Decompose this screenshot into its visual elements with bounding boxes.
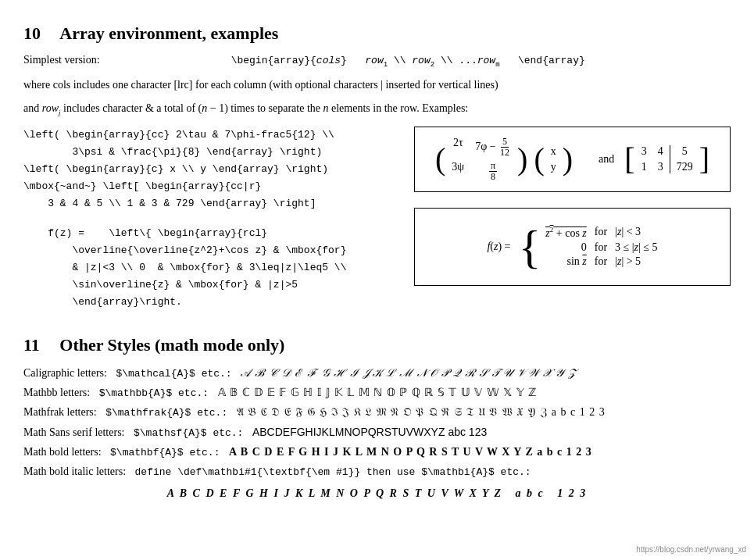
- case-cond-2: 3 ≤ |z| ≤ 5: [615, 241, 657, 254]
- style-lines-container: Caligraphic letters: $\mathcal{A}$ etc.:…: [23, 363, 731, 504]
- vertical-line: [670, 145, 670, 173]
- left-paren-close: ): [517, 144, 527, 175]
- mathsf-example: ABCDEFGHIJKLMNOPQRSTUVWXYZ abc 123: [252, 423, 487, 442]
- xy-paren-open: (: [534, 144, 544, 175]
- intro-line-3: and rowj includes character & a total of…: [23, 100, 731, 118]
- case-for-1: for: [595, 226, 607, 240]
- case-val-1: z2 + cos z: [545, 226, 586, 240]
- left-code-column: \left( \begin{array}{cc} 2\tau & 7\phi-f…: [23, 127, 398, 312]
- code-example-2: f(z) = \left\{ \begin{array}{rcl} \overl…: [23, 225, 398, 311]
- section-10-number: 10: [23, 23, 41, 43]
- caligraphic-label: Caligraphic letters:: [23, 363, 107, 383]
- mathfrak-example: 𝔄 𝔅 ℭ 𝔇 𝔈 𝔉 𝔊 ℌ ℑ 𝔍 𝔎 𝔏 𝔐 𝔑 𝔒 𝔓 𝔔 ℜ 𝔖 𝔗 …: [237, 402, 606, 422]
- caligraphic-example: 𝒜 ℬ 𝒞 𝒟 ℰ ℱ 𝒢 ℋ ℐ 𝒥 𝒦 ℒ ℳ 𝒩 𝒪 𝒫 𝒬 ℛ 𝒮 𝒯 …: [241, 363, 576, 383]
- section-10-content: \left( \begin{array}{cc} 2\tau & 7\phi-f…: [23, 127, 731, 312]
- matrix-display: ( 2τ 7φ − 512 3ψ π8 ) ( x y ): [435, 137, 709, 183]
- mathbi-label: Math bold italic letters:: [23, 462, 126, 481]
- cell-729: 729: [677, 161, 693, 173]
- caligraphic-code: $\mathcal{A}$ etc.:: [116, 365, 231, 383]
- bracket-matrix-container: 3 4 1 3 5 729: [641, 145, 693, 173]
- matrix-bracket-right: 5 729: [677, 145, 693, 173]
- cell-2tau: 2τ: [452, 137, 464, 158]
- section-10: 10 Array environment, examples Simplest …: [23, 23, 731, 312]
- style-line-mathsf: Math Sans serif letters: $\mathsf{A}$ et…: [23, 423, 731, 442]
- matrix-left: 2τ 7φ − 512 3ψ π8: [452, 137, 511, 183]
- mathbi-example: A B C D E F G H I J K L M N O P Q R S T …: [167, 483, 588, 503]
- xy-paren-close: ): [563, 144, 573, 175]
- fz-label: f(z) =: [487, 241, 510, 253]
- mathbb-label: Mathbb letters:: [23, 383, 90, 402]
- mathsf-label: Math Sans serif letters:: [23, 423, 124, 442]
- mathbb-code: $\mathbb{A}$ etc.:: [99, 384, 209, 402]
- cell-7phi: 7φ − 512: [475, 137, 511, 158]
- style-line-mathbb: Mathbb letters: $\mathbb{A}$ etc.: 𝔸 𝔹 ℂ…: [23, 383, 731, 402]
- mathfrak-code: $\mathfrak{A}$ etc.:: [105, 404, 227, 422]
- big-brace: {: [519, 226, 541, 268]
- cell-y: y: [551, 161, 556, 173]
- mathsf-code: $\mathsf{A}$ etc.:: [134, 424, 243, 442]
- simplest-label: Simplest version:: [23, 54, 100, 66]
- bracket-open: [: [624, 144, 634, 175]
- case-for-3: for: [595, 255, 607, 268]
- section-11-title: 11 Other Styles (math mode only): [23, 335, 731, 355]
- section-11-number: 11: [23, 335, 40, 355]
- style-line-caligraphic: Caligraphic letters: $\mathcal{A}$ etc.:…: [23, 363, 731, 383]
- case-for-2: for: [595, 241, 607, 254]
- section-11: 11 Other Styles (math mode only) Caligra…: [23, 335, 731, 504]
- mathbi-code: define \def\mathbi#1{\textbf{\em #1}} th…: [135, 463, 531, 481]
- section-10-title: 10 Array environment, examples: [23, 23, 731, 44]
- cell-pi8: π8: [475, 161, 511, 182]
- style-line-mathfrak: Mathfrak letters: $\mathfrak{A}$ etc.: 𝔄…: [23, 402, 731, 422]
- piecewise-display: f(z) = { z2 + cos z for |z| < 3 0 for 3 …: [487, 226, 657, 268]
- mathfrak-label: Mathfrak letters:: [23, 402, 97, 422]
- right-math-column: ( 2τ 7φ − 512 3ψ π8 ) ( x y ): [414, 127, 731, 312]
- piecewise-cases: z2 + cos z for |z| < 3 0 for 3 ≤ |z| ≤ 5…: [545, 226, 657, 268]
- cell-3: 3: [641, 145, 647, 158]
- cell-4: 4: [658, 145, 663, 158]
- mathbf-code: $\mathbf{A}$ etc.:: [110, 444, 220, 462]
- mathbf-label: Math bold letters:: [23, 442, 102, 462]
- piecewise-display-box: f(z) = { z2 + cos z for |z| < 3 0 for 3 …: [414, 208, 731, 286]
- style-line-mathbf: Math bold letters: $\mathbf{A}$ etc.: A …: [23, 442, 731, 462]
- matrix-xy: x y: [551, 145, 556, 173]
- code-example-1: \left( \begin{array}{cc} 2\tau & 7\phi-f…: [23, 127, 398, 212]
- style-line-mathbi: Math bold italic letters: define \def\ma…: [23, 462, 731, 481]
- section-10-text: Array environment, examples: [59, 23, 278, 43]
- url-label: https://blog.csdn.net/yrwang_xd: [636, 545, 746, 554]
- cell-3psi: 3ψ: [452, 161, 464, 182]
- case-cond-1: |z| < 3: [615, 226, 657, 240]
- case-cond-3: |z| > 5: [615, 255, 657, 268]
- mathbb-example: 𝔸 𝔹 ℂ 𝔻 𝔼 𝔽 𝔾 ℍ 𝕀 𝕁 𝕂 𝕃 𝕄 ℕ 𝕆 ℙ ℚ ℝ 𝕊 𝕋 …: [218, 383, 538, 402]
- cell-3b: 3: [658, 161, 663, 173]
- case-val-3: sin z: [545, 255, 586, 268]
- section-11-text: Other Styles (math mode only): [59, 335, 284, 355]
- cell-5: 5: [677, 145, 693, 158]
- cell-x: x: [551, 145, 556, 158]
- bracket-close: ]: [699, 144, 709, 175]
- left-paren-open: (: [435, 144, 445, 175]
- and-label: and: [599, 153, 614, 166]
- intro-code: \begin{array}{cols} row1 \\ row2 \\ ...r…: [231, 55, 585, 66]
- matrix-bracket-left: 3 4 1 3: [641, 145, 663, 173]
- intro-line-1: Simplest version: \begin{array}{cols} ro…: [23, 52, 731, 70]
- mathbi-example-line: A B C D E F G H I J K L M N O P Q R S T …: [23, 483, 731, 503]
- mathbf-example: A B C D E F G H I J K L M N O P Q R S T …: [229, 442, 592, 462]
- case-val-2: 0: [545, 241, 586, 254]
- matrix-display-box: ( 2τ 7φ − 512 3ψ π8 ) ( x y ): [414, 127, 731, 193]
- cell-1: 1: [641, 161, 647, 173]
- intro-line-2: where cols includes one character [lrc] …: [23, 77, 731, 94]
